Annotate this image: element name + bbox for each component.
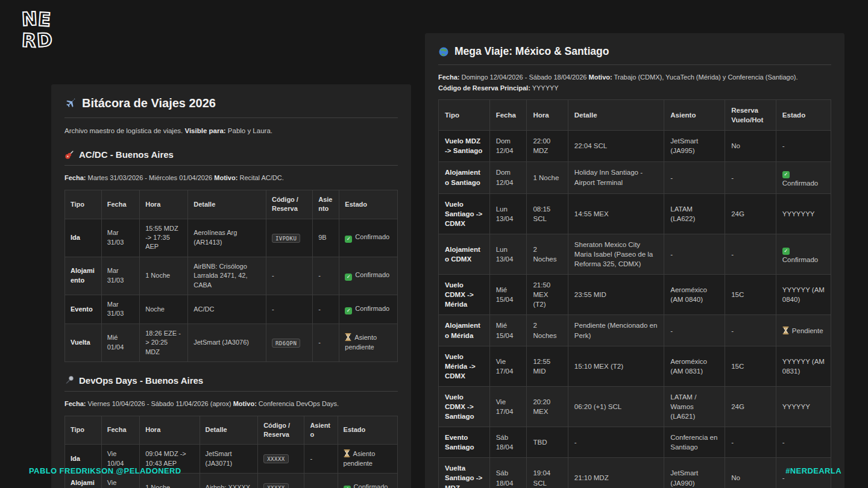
table-cell: Alojamiento	[65, 257, 102, 295]
table-cell: AirBNB: Crisólogo Larralda 2471, 42, CAB…	[188, 257, 266, 295]
table-cell: Vie 10/04	[101, 474, 139, 488]
hourglass-icon	[344, 449, 350, 457]
label-text: Pablo y Laura.	[226, 127, 272, 134]
table-cell: 24G	[725, 386, 776, 427]
column-header: Hora	[527, 100, 568, 131]
guitar-icon	[64, 150, 74, 160]
table-row: Vuelo CDMX -> SantiagoVie 17/0420:20 MEX…	[439, 386, 831, 427]
table-cell: XXXXX	[258, 445, 304, 474]
status-label: Confirmado	[354, 483, 388, 488]
table-cell: LATAM (LA622)	[664, 193, 725, 234]
table-cell: 15C	[725, 346, 776, 386]
table-cell: 15C	[725, 275, 776, 315]
status-label: Pendiente	[792, 327, 823, 334]
table-cell: RD6QPN	[266, 324, 312, 361]
table-cell: JetSmart (JA3071)	[200, 445, 258, 474]
label-bold: Motivo:	[214, 174, 237, 181]
column-header: Fecha	[101, 416, 139, 445]
label-text: Recital AC/DC.	[237, 174, 283, 181]
table-cell: -	[266, 257, 312, 295]
column-header: Tipo	[65, 416, 102, 445]
table-cell: Asiento pendiente	[339, 324, 398, 361]
label-bold: Motivo:	[233, 400, 257, 407]
status-label: Confirmado	[782, 180, 818, 187]
table-cell: Sheraton Mexico City Maria Isabel (Paseo…	[568, 234, 664, 274]
table-row: Vuelo MDZ -> SantiagoDom 12/0422:00 MDZ2…	[439, 131, 831, 161]
label-bold: Fecha:	[64, 174, 86, 181]
check-icon: ✓	[345, 274, 352, 281]
table-cell: 23:55 MID	[568, 275, 664, 315]
table-row: Alojamiento MéridaMié 15/042 NochesPendi…	[439, 315, 831, 346]
section-heading-devops: DevOps Days - Buenos Aires	[64, 375, 398, 392]
table-cell: Sáb 18/04	[489, 427, 527, 458]
table-cell: Vie 17/04	[489, 346, 527, 386]
table-cell: 21:50 MEX (T2)	[527, 275, 568, 315]
table-cell: Vuelo Santiago -> CDMX	[439, 193, 490, 234]
table-cell: Mié 01/04	[101, 324, 139, 361]
table-cell: -	[313, 295, 339, 324]
label-text: Conferencia DevOps Days.	[257, 400, 339, 407]
table-cell: Vuelo MDZ -> Santiago	[439, 131, 490, 161]
table-row: Alojamiento SantiagoDom 12/041 NocheHoli…	[439, 161, 831, 193]
label-text: Viernes 10/04/2026 - Sábado 11/04/2026 (…	[86, 400, 233, 407]
acdc-table: TipoFechaHoraDetalleCódigo / ReservaAsie…	[64, 190, 398, 362]
table-cell: -	[776, 427, 831, 458]
travel-log-panel: Bitácora de Viajes 2026 Archivo maestro …	[51, 84, 411, 488]
footer-author: PABLO FREDRIKSON @PELADONERD	[29, 466, 181, 475]
column-header: Asiento	[304, 416, 338, 445]
section-heading-acdc: AC/DC - Buenos Aires	[64, 149, 398, 166]
table-cell: 1 Noche	[140, 474, 200, 488]
table-cell: 2 Noches	[527, 315, 568, 346]
table-row: VueltaMié 01/0418:26 EZE -> 20:25 MDZJet…	[65, 324, 398, 361]
status-label: Confirmado	[782, 256, 818, 263]
table-cell: YYYYYY (AM 0831)	[776, 346, 831, 386]
table-row: AlojamientoMar 31/031 NocheAirBNB: Crisó…	[65, 257, 398, 295]
check-icon: ✓	[345, 236, 352, 243]
label-text: Archivo maestro de logística de viajes.	[64, 127, 184, 134]
header-row: TipoFechaHoraDetalleAsientoReserva Vuelo…	[439, 100, 831, 131]
label-bold: Fecha:	[438, 74, 459, 81]
reservation-code: XXXXX	[263, 454, 289, 463]
table-cell: 19:04 SCL	[527, 458, 568, 488]
table-cell: 22:00 MDZ	[527, 131, 568, 161]
mega-viaje-panel: Mega Viaje: México & Santiago Fecha: Dom…	[425, 33, 844, 488]
table-row: Vuelo Santiago -> CDMXLun 13/0408:15 SCL…	[439, 193, 831, 234]
nerd-logo: NE RD	[22, 10, 53, 53]
table-cell: Mié 15/04	[489, 315, 527, 346]
label-bold: Código de Reserva Principal:	[438, 84, 530, 92]
column-header: Asiento	[664, 100, 725, 131]
column-header: Estado	[776, 100, 831, 131]
table-cell: Evento	[65, 295, 102, 324]
table-cell: Pendiente	[776, 315, 831, 346]
table-cell: Mié 15/04	[489, 275, 527, 315]
table-cell: Pendiente (Mencionado en Perk)	[568, 315, 664, 346]
table-cell: -	[725, 315, 776, 346]
page-title: Bitácora de Viajes 2026	[64, 96, 398, 118]
table-cell: XXXXX	[258, 474, 304, 488]
table-cell: 15:10 MEX (T2)	[568, 346, 664, 386]
table-cell: -	[664, 315, 725, 346]
column-header: Detalle	[200, 416, 258, 445]
table-cell: 20:20 MEX	[527, 386, 568, 427]
table-cell: No	[725, 131, 776, 161]
table-cell: No	[725, 458, 776, 488]
label-text: Domingo 12/04/2026 - Sábado 18/04/2026	[459, 74, 588, 81]
label-text: Martes 31/03/2026 - Miércoles 01/04/2026	[86, 174, 214, 181]
table-cell: Holiday Inn Santiago - Airport Terminal	[568, 161, 664, 193]
table-cell: 21:10 MDZ	[568, 458, 664, 488]
table-cell: YYYYYY	[776, 386, 831, 427]
table-cell: ✓Confirmado	[776, 234, 831, 274]
table-cell: Alojamiento Mérida	[439, 315, 490, 346]
airplane-icon	[64, 98, 77, 110]
table-cell: -	[304, 445, 338, 474]
header-row: TipoFechaHoraDetalleCódigo / ReservaAsie…	[65, 416, 398, 445]
table-cell: 1 Noche	[527, 161, 568, 193]
table-cell: ✓Confirmado	[339, 295, 398, 324]
column-header: Reserva Vuelo/Hot	[725, 100, 776, 131]
label-bold: Fecha:	[64, 400, 86, 407]
table-row: Alojamiento CDMXLun 13/042 NochesSherato…	[439, 234, 831, 274]
table-cell: 2 Noches	[527, 234, 568, 274]
column-header: Hora	[140, 190, 188, 219]
table-cell: TBD	[527, 427, 568, 458]
table-cell: ✓Confirmado	[339, 257, 398, 295]
